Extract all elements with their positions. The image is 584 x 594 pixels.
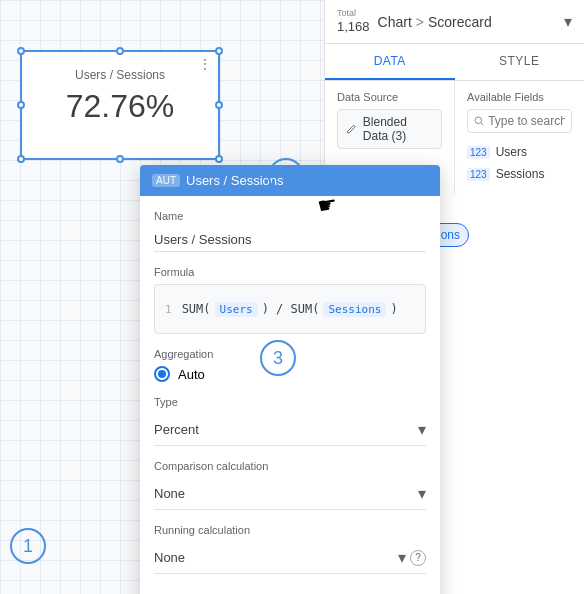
field-name-sessions: Sessions bbox=[496, 167, 545, 181]
name-input[interactable] bbox=[154, 228, 426, 252]
handle-br[interactable] bbox=[215, 155, 223, 163]
handle-tm[interactable] bbox=[116, 47, 124, 55]
formula-func2: ) / SUM( bbox=[262, 302, 320, 316]
field-type-sessions: 123 bbox=[467, 168, 490, 181]
type-arrow: ▾ bbox=[418, 420, 426, 439]
edit-panel: AUT Users / Sessions Name Formula 1 SUM(… bbox=[140, 165, 440, 594]
formula-box[interactable]: 1 SUM( Users ) / SUM( Sessions ) bbox=[154, 284, 426, 334]
tab-style[interactable]: STYLE bbox=[455, 44, 585, 80]
svg-line-1 bbox=[481, 123, 484, 126]
formula-func1: SUM( bbox=[182, 302, 211, 316]
formula-group: Formula 1 SUM( Users ) / SUM( Sessions ) bbox=[154, 266, 426, 334]
svg-point-0 bbox=[475, 117, 482, 124]
header-total: Total 1,168 bbox=[337, 8, 370, 34]
help-icon: ? bbox=[410, 550, 426, 566]
aggregation-value: Auto bbox=[178, 367, 205, 382]
field-name-users: Users bbox=[496, 145, 527, 159]
annotation-3: 3 bbox=[260, 340, 296, 376]
running-group: Running calculation None ▾ ? bbox=[154, 524, 426, 574]
comparison-dropdown[interactable]: None ▾ bbox=[154, 478, 426, 510]
total-value: 1,168 bbox=[337, 19, 370, 35]
handle-tl[interactable] bbox=[17, 47, 25, 55]
breadcrumb: Chart > Scorecard bbox=[378, 14, 564, 30]
aggregation-radio[interactable] bbox=[154, 366, 170, 382]
handle-bl[interactable] bbox=[17, 155, 25, 163]
total-label: Total bbox=[337, 8, 356, 19]
panel-header: Total 1,168 Chart > Scorecard ▾ bbox=[325, 0, 584, 44]
datasource-value: Blended Data (3) bbox=[363, 115, 433, 143]
running-value: None bbox=[154, 550, 185, 565]
formula-line-num: 1 bbox=[165, 303, 172, 316]
search-field bbox=[467, 109, 572, 133]
handle-bm[interactable] bbox=[116, 155, 124, 163]
pencil-icon bbox=[346, 122, 357, 136]
comparison-group: Comparison calculation None ▾ bbox=[154, 460, 426, 510]
formula-func3: ) bbox=[390, 302, 397, 316]
scorecard-widget[interactable]: Users / Sessions 72.76% bbox=[20, 50, 220, 160]
running-dropdown[interactable]: None ▾ ? bbox=[154, 542, 426, 574]
panel-tabs: DATA STYLE bbox=[325, 44, 584, 81]
type-value: Percent bbox=[154, 422, 199, 437]
breadcrumb-current: Scorecard bbox=[428, 14, 492, 30]
formula-token-users: Users bbox=[215, 302, 258, 317]
comparison-label: Comparison calculation bbox=[154, 460, 426, 472]
type-label: Type bbox=[154, 396, 426, 408]
search-input[interactable] bbox=[488, 114, 565, 128]
comparison-value: None bbox=[154, 486, 185, 501]
field-item-sessions: 123 Sessions bbox=[467, 163, 572, 185]
scorecard-label: Users / Sessions bbox=[22, 68, 218, 82]
available-fields-label: Available Fields bbox=[467, 91, 572, 103]
name-label: Name bbox=[154, 210, 426, 222]
running-label: Running calculation bbox=[154, 524, 426, 536]
running-arrow: ▾ bbox=[398, 548, 406, 567]
datasource-label: Data Source bbox=[337, 91, 442, 103]
available-fields-col: Available Fields 123 Users 123 Sessions bbox=[454, 81, 584, 195]
comparison-arrow: ▾ bbox=[418, 484, 426, 503]
scorecard-value: 72.76% bbox=[22, 88, 218, 125]
breadcrumb-chart: Chart bbox=[378, 14, 412, 30]
type-group: Type Percent ▾ bbox=[154, 396, 426, 446]
datasource-button[interactable]: Blended Data (3) bbox=[337, 109, 442, 149]
formula-token-sessions: Sessions bbox=[323, 302, 386, 317]
tab-data[interactable]: DATA bbox=[325, 44, 455, 80]
handle-tr[interactable] bbox=[215, 47, 223, 55]
type-dropdown[interactable]: Percent ▾ bbox=[154, 414, 426, 446]
field-item-users: 123 Users bbox=[467, 141, 572, 163]
search-icon bbox=[474, 115, 484, 127]
annotation-2: 2 bbox=[268, 158, 304, 194]
breadcrumb-separator: > bbox=[416, 14, 424, 30]
aut-badge: AUT bbox=[152, 174, 180, 187]
formula-label: Formula bbox=[154, 266, 426, 278]
field-type-users: 123 bbox=[467, 146, 490, 159]
edit-panel-body: Name Formula 1 SUM( Users ) / SUM( Sessi… bbox=[140, 196, 440, 594]
name-group: Name bbox=[154, 210, 426, 252]
chevron-down-icon[interactable]: ▾ bbox=[564, 12, 572, 31]
annotation-1: 1 bbox=[10, 528, 46, 564]
